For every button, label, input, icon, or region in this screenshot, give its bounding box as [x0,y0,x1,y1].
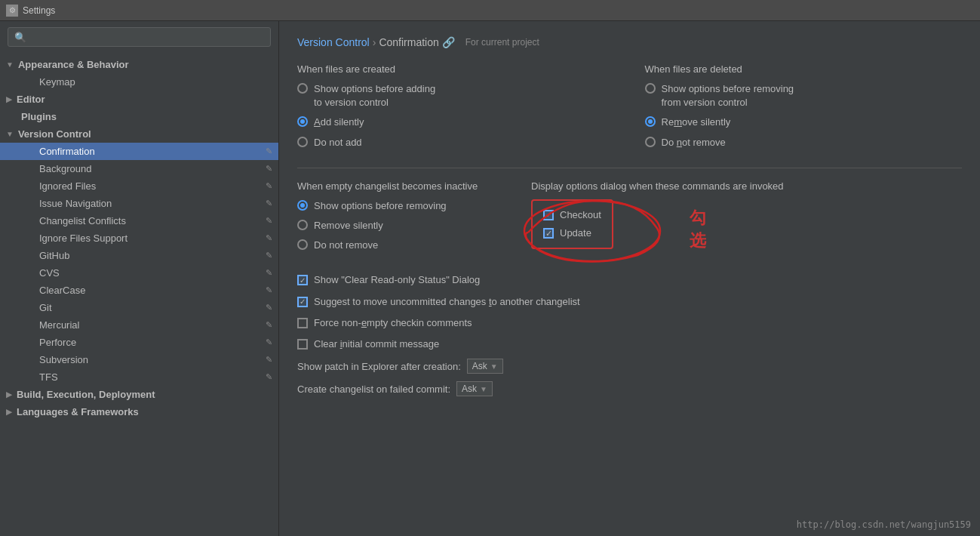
sidebar-item-clearcase[interactable]: ClearCase ✎ [0,282,278,299]
checkout-update-box: Checkout Update [531,199,613,249]
sidebar-item-subversion[interactable]: Subversion ✎ [0,351,278,368]
radio-show-before-add-btn[interactable] [297,83,308,94]
breadcrumb-path[interactable]: Version Control [297,36,370,48]
watermark: http://blog.csdn.net/wangjun5159 [797,519,971,530]
radio-do-not-remove-2[interactable]: Do not remove [297,239,531,252]
sidebar-item-label: CVS [39,267,60,279]
update-checkbox[interactable] [543,228,554,239]
sidebar-item-changelist-conflicts[interactable]: Changelist Conflicts ✎ [0,212,278,229]
sidebar-item-git[interactable]: Git ✎ [0,299,278,316]
radio-remove-silently[interactable]: Remove silently [645,116,963,129]
sidebar-item-mercurial[interactable]: Mercurial ✎ [0,316,278,334]
radio-remove-silently-btn[interactable] [645,116,656,127]
radio-do-not-remove-2-btn[interactable] [297,239,308,250]
show-patch-dropdown[interactable]: Ask ▼ [467,359,503,374]
edit-icon: ✎ [266,164,272,174]
sidebar-item-label: Ignored Files [39,180,96,192]
nav-tree: ▼ Appearance & Behavior Keymap ▶ Editor … [0,53,278,536]
radio-remove-silently-2-btn[interactable] [297,220,308,230]
sidebar-item-appearance[interactable]: ▼ Appearance & Behavior [0,56,278,73]
sidebar-item-github[interactable]: GitHub ✎ [0,247,278,264]
breadcrumb-separator: › [373,36,376,48]
annotation-label: 勾选 [690,207,706,252]
clear-read-only-row[interactable]: Show "Clear Read-only Status" Dialog [297,273,962,287]
radio-do-not-remove-2-label: Do not remove [314,239,378,252]
radio-add-silently-label: Add silently [314,116,364,129]
radio-do-not-add-label: Do not add [314,136,362,149]
radio-do-not-add-btn[interactable] [297,137,308,147]
radio-do-not-remove[interactable]: Do not remove [645,136,963,149]
sidebar-item-label: Editor [17,94,45,105]
checkout-option[interactable]: Checkout [543,208,601,222]
radio-show-before-remove-btn[interactable] [645,83,656,94]
clear-read-only-label: Show "Clear Read-only Status" Dialog [314,273,480,287]
sidebar-item-cvs[interactable]: CVS ✎ [0,264,278,282]
arrow-icon: ▶ [6,95,12,103]
edit-icon: ✎ [266,285,272,295]
sidebar-item-build[interactable]: ▶ Build, Execution, Deployment [0,386,278,403]
force-nonempty-row[interactable]: Force non-empty checkin comments [297,316,962,330]
sidebar-item-ignore-files-support[interactable]: Ignore Files Support ✎ [0,229,278,247]
clear-initial-row[interactable]: Clear initial commit message [297,337,962,351]
sidebar-item-ignored-files[interactable]: Ignored Files ✎ [0,177,278,195]
files-deleted-title: When files are deleted [645,63,963,75]
sidebar-item-version-control[interactable]: ▼ Version Control [0,125,278,143]
edit-icon: ✎ [266,320,272,330]
files-deleted-col: When files are deleted Show options befo… [645,63,963,156]
breadcrumb: Version Control › Confirmation 🔗 For cur… [297,36,962,48]
clear-initial-checkbox[interactable] [297,339,308,350]
empty-changelist-col: When empty changelist becomes inactive S… [297,180,531,259]
update-option[interactable]: Update [543,226,601,240]
sidebar-item-label: Plugins [21,111,57,122]
radio-add-silently-btn[interactable] [297,116,308,127]
settings-icon: ⚙ [6,5,18,17]
edit-icon: ✎ [266,251,272,260]
create-changelist-dropdown[interactable]: Ask ▼ [456,381,493,396]
suggest-move-label: Suggest to move uncommitted changes to a… [314,295,580,309]
arrow-icon: ▶ [6,390,12,399]
sidebar-item-tfs[interactable]: TFS ✎ [0,368,278,386]
sidebar-item-plugins[interactable]: Plugins [0,108,278,125]
sidebar-item-label: Git [39,302,52,313]
radio-remove-silently-2[interactable]: Remove silently [297,219,531,233]
sidebar-item-confirmation[interactable]: Confirmation ✎ [0,143,278,160]
sidebar-item-perforce[interactable]: Perforce ✎ [0,334,278,351]
checkout-checkbox[interactable] [543,210,554,220]
radio-show-before-removing-btn[interactable] [297,200,308,211]
sidebar-item-label: Changelist Conflicts [39,215,126,226]
radio-show-before-add[interactable]: Show options before addingto version con… [297,82,615,109]
show-patch-row: Show patch in Explorer after creation: A… [297,359,962,374]
sidebar-item-languages[interactable]: ▶ Languages & Frameworks [0,403,278,420]
sidebar-item-background[interactable]: Background ✎ [0,160,278,177]
checkout-label: Checkout [560,208,601,222]
suggest-move-row[interactable]: Suggest to move uncommitted changes to a… [297,295,962,309]
sidebar-item-label: Mercurial [39,319,79,331]
arrow-icon: ▶ [6,408,12,416]
radio-add-silently[interactable]: Add silently [297,116,615,129]
radio-do-not-remove-btn[interactable] [645,137,656,147]
force-nonempty-checkbox[interactable] [297,318,308,328]
sidebar-item-keymap[interactable]: Keymap [0,73,278,91]
sidebar-item-issue-navigation[interactable]: Issue Navigation ✎ [0,195,278,212]
radio-show-before-remove-label: Show options before removingfrom version… [662,82,794,109]
titlebar-title: Settings [23,5,55,16]
search-box[interactable]: 🔍 [8,27,271,47]
sidebar: 🔍 ▼ Appearance & Behavior Keymap ▶ Edito… [0,21,279,536]
sidebar-item-label: GitHub [39,250,69,261]
sidebar-item-label: TFS [39,371,58,383]
radio-do-not-add[interactable]: Do not add [297,136,615,149]
sidebar-item-label: Confirmation [39,146,95,157]
radio-show-before-remove[interactable]: Show options before removingfrom version… [645,82,963,109]
divider [297,168,962,168]
sidebar-item-editor[interactable]: ▶ Editor [0,91,278,108]
edit-icon: ✎ [266,233,272,243]
arrow-icon: ▼ [6,130,14,138]
clear-read-only-checkbox[interactable] [297,275,308,285]
suggest-move-checkbox[interactable] [297,297,308,307]
show-patch-label: Show patch in Explorer after creation: [297,361,461,372]
sidebar-item-label: Build, Execution, Deployment [17,389,155,400]
radio-show-before-removing[interactable]: Show options before removing [297,199,531,213]
files-section: When files are created Show options befo… [297,63,962,156]
edit-icon: ✎ [266,199,272,208]
edit-icon: ✎ [266,181,272,191]
